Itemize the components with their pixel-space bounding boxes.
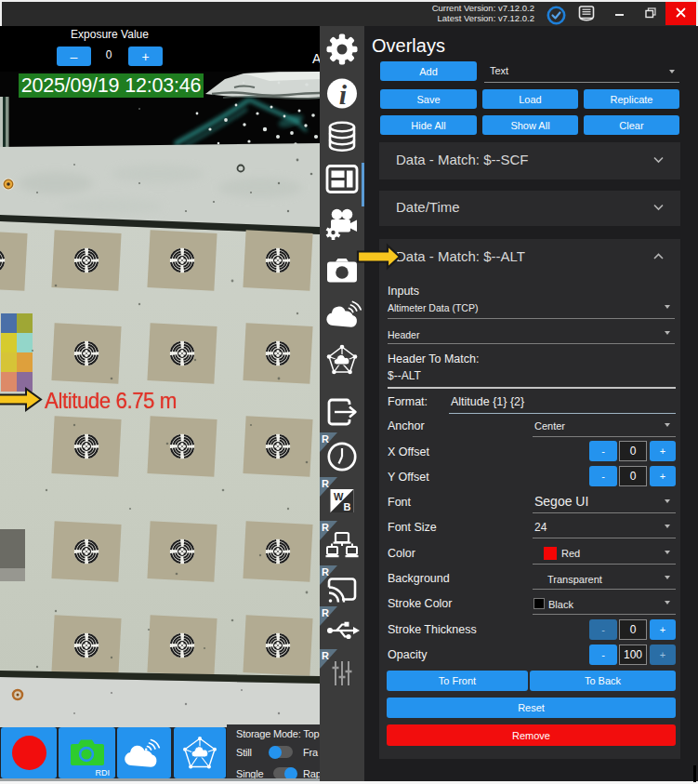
- svg-text:B: B: [344, 501, 351, 512]
- svg-text:i: i: [339, 79, 348, 110]
- svg-text:W: W: [334, 491, 344, 502]
